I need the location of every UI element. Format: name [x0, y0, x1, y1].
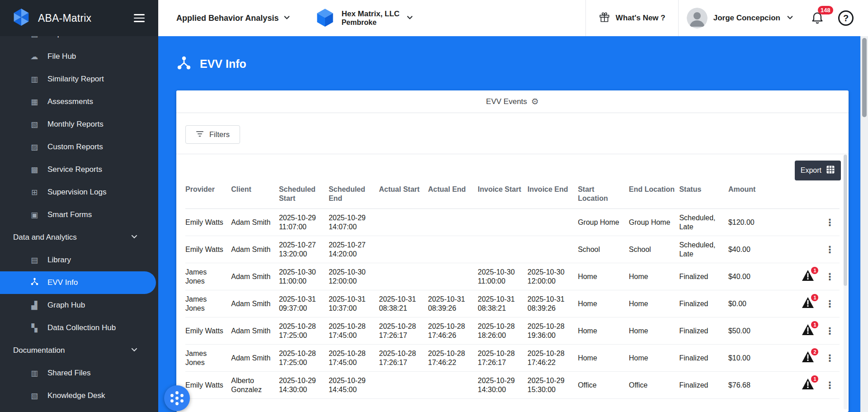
sidebar-item-knowledge-desk[interactable]: ▧ Knowledge Desk [0, 384, 158, 407]
row-menu-button[interactable]: ⋮ [822, 326, 837, 336]
program-selector[interactable]: Applied Behavior Analysis [176, 14, 291, 23]
main-area: EVV Info EVV Events ⚙ Filters [158, 36, 868, 412]
report-hub-icon: ▤ [29, 36, 40, 39]
sidebar-item-similarity-report[interactable]: ▥ Similarity Report [0, 68, 158, 90]
row-menu-button[interactable]: ⋮ [822, 298, 837, 309]
row-menu-button[interactable]: ⋮ [822, 217, 837, 227]
warning-icon[interactable]: 2 [802, 351, 814, 365]
warning-icon[interactable]: 1 [802, 270, 814, 283]
col-row-menu [820, 180, 840, 209]
cell-actual-end: 2025-10-31 08:39:26 [428, 290, 478, 317]
assessments-icon: ▦ [29, 97, 40, 107]
organization-selector[interactable]: Hex Matrix, LLC Pembroke [315, 7, 413, 29]
sidebar-item-evv-info[interactable]: EVV Info [0, 271, 156, 294]
cell-status: Scheduled, Late [679, 209, 728, 236]
sidebar-item-shared-files[interactable]: ▥ Shared Files [0, 362, 158, 384]
cell-provider: James Jones [185, 263, 231, 290]
col-end-location: End Location [629, 180, 679, 209]
cell-start-location: Home [578, 263, 629, 290]
cell-provider: Emily Watts [185, 236, 231, 263]
cell-amount: $120.00 [728, 209, 796, 236]
hex-matrix-logo-icon [315, 7, 335, 29]
notifications-button[interactable]: 148 [810, 10, 825, 26]
cell-invoice-start: 2025-10-28 18:26:00 [478, 317, 528, 345]
row-menu-button[interactable]: ⋮ [822, 244, 837, 255]
col-scheduled-start: Scheduled Start [279, 180, 329, 209]
user-name: Jorge Concepcion [713, 14, 780, 23]
menu-toggle-button[interactable] [132, 12, 146, 24]
service-reports-icon: ▩ [29, 165, 40, 175]
whats-new-label: What's New ? [616, 14, 665, 23]
export-button[interactable]: Export [795, 161, 841, 180]
filters-button[interactable]: Filters [185, 125, 240, 144]
monthly-reports-icon: ▧ [29, 120, 40, 129]
card-scrollbar-thumb[interactable] [844, 155, 847, 286]
help-button[interactable]: ? [838, 10, 854, 26]
sidebar-section-documentation[interactable]: Documentation [0, 339, 158, 362]
gear-icon[interactable]: ⚙ [531, 96, 539, 107]
warning-count-badge: 1 [811, 294, 818, 301]
cell-end-location: Home [629, 263, 679, 290]
cell-invoice-start: 2025-10-28 17:26:17 [478, 345, 528, 372]
sidebar-item-smart-forms[interactable]: ▣ Smart Forms [0, 204, 158, 226]
cell-start-location: School [578, 236, 629, 263]
cell-status: Finalized [679, 317, 728, 345]
card-title: EVV Events [486, 97, 527, 106]
gift-icon [599, 11, 610, 25]
sidebar-item-supervision-logs[interactable]: ⊞ Supervision Logs [0, 181, 158, 204]
row-menu-button[interactable]: ⋮ [822, 271, 837, 282]
sidebar-header: ABA-Matrix [0, 0, 158, 36]
page-scrollbar-thumb[interactable] [862, 38, 867, 117]
sidebar-item-service-reports[interactable]: ▩ Service Reports [0, 158, 158, 181]
cell-invoice-end: 2025-10-28 19:36:00 [528, 317, 578, 345]
sidebar-item-label: Graph Hub [47, 301, 85, 310]
cell-provider: Emily Watts [185, 372, 231, 399]
chevron-down-icon [406, 14, 414, 23]
cell-client: Alberto Gonzalez [231, 372, 279, 399]
table-row: James Jones Adam Smith 2025-10-28 17:25:… [185, 345, 840, 372]
sidebar-item-report-hub[interactable]: ▤ Report Hub [0, 36, 158, 45]
sidebar-item-monthly-reports[interactable]: ▧ Monthly Reports [0, 113, 158, 136]
warning-icon[interactable]: 1 [802, 379, 814, 392]
cell-scheduled-end: 2025-10-28 17:45:00 [329, 317, 379, 345]
cell-invoice-end [528, 236, 578, 263]
sidebar-item-label: Report Hub [47, 36, 87, 38]
cell-invoice-end: 2025-10-28 17:46:22 [528, 345, 578, 372]
sidebar-item-data-collection-hub[interactable]: ▚ Data Collection Hub [0, 317, 158, 339]
row-menu-button[interactable]: ⋮ [822, 380, 837, 390]
cell-invoice-end: 2025-10-29 15:30:00 [528, 372, 578, 399]
bell-icon [810, 18, 825, 26]
sidebar-item-graph-hub[interactable]: ▟ Graph Hub [0, 294, 158, 317]
export-row: Export [176, 154, 849, 180]
chat-widget-button[interactable] [164, 385, 190, 411]
cell-actual-start [379, 372, 428, 399]
warning-icon[interactable]: 1 [802, 297, 814, 310]
sidebar-item-custom-reports[interactable]: ▨ Custom Reports [0, 136, 158, 158]
evv-events-card: EVV Events ⚙ Filters Export [176, 90, 849, 412]
organization-text: Hex Matrix, LLC Pembroke [341, 9, 399, 27]
cell-end-location: Home [629, 345, 679, 372]
sidebar-item-label: Shared Files [47, 369, 90, 378]
graph-hub-icon: ▟ [29, 301, 40, 310]
user-menu[interactable]: Jorge Concepcion [678, 0, 804, 36]
cell-actual-end [428, 236, 478, 263]
row-menu-button[interactable]: ⋮ [822, 353, 837, 363]
cell-row-menu: ⋮ [820, 263, 840, 290]
sidebar-item-label: Data Collection Hub [47, 323, 116, 332]
cell-client: Adam Smith [231, 345, 279, 372]
cell-scheduled-start: 2025-10-29 11:07:00 [279, 209, 329, 236]
library-icon: ▤ [29, 256, 40, 265]
cell-actual-end [428, 209, 478, 236]
sidebar-item-assessments[interactable]: ▦ Assessments [0, 90, 158, 113]
sidebar-section-data-and-analytics[interactable]: Data and Analytics [0, 226, 158, 249]
whats-new-button[interactable]: What's New ? [585, 0, 678, 36]
warning-icon[interactable]: 1 [802, 324, 814, 337]
sidebar-item-file-hub[interactable]: ☁ File Hub [0, 45, 158, 68]
sidebar-item-library[interactable]: ▤ Library [0, 249, 158, 271]
cell-scheduled-start: 2025-10-28 17:25:00 [279, 345, 329, 372]
content-column: Applied Behavior Analysis Hex Matrix, LL… [158, 0, 868, 412]
cell-start-location: Home [578, 345, 629, 372]
sidebar: ABA-Matrix ▤ Report Hub ☁ File Hub ▥ Sim… [0, 0, 158, 412]
cell-client: Adam Smith [231, 263, 279, 290]
page-scrollbar [860, 36, 868, 412]
